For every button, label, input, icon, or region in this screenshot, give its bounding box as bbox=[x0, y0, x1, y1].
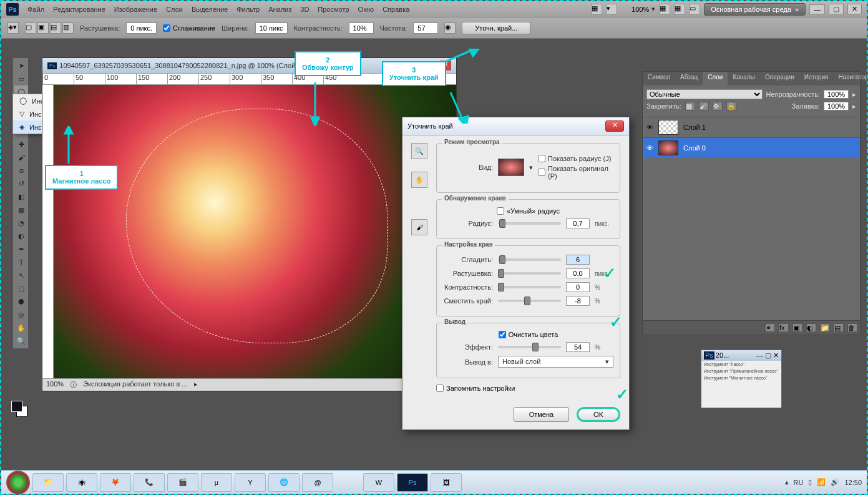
canvas[interactable] bbox=[54, 85, 456, 378]
add-selection-icon[interactable]: ▣ bbox=[37, 22, 49, 34]
layer-name[interactable]: Слой 0 bbox=[683, 144, 706, 152]
tab-layers[interactable]: Слои bbox=[703, 72, 728, 86]
workspace-button[interactable]: Основная рабочая среда» bbox=[704, 3, 806, 16]
minimize-icon[interactable]: — bbox=[809, 4, 825, 14]
lock-transparency-icon[interactable]: ▦ bbox=[685, 102, 695, 110]
layer-item[interactable]: 👁 Слой 1 bbox=[643, 117, 860, 137]
zoom-level[interactable]: ▾ bbox=[621, 5, 655, 13]
layer-style-icon[interactable]: fx bbox=[779, 323, 789, 332]
visibility-icon[interactable]: 👁 bbox=[646, 144, 653, 152]
show-original-checkbox[interactable]: Показать оригинал (P) bbox=[538, 165, 613, 180]
eraser-tool[interactable]: ◧ bbox=[14, 190, 28, 203]
tab-history[interactable]: История bbox=[799, 72, 834, 86]
zoom-tool-icon[interactable]: 🔍 bbox=[411, 143, 427, 159]
task-explorer[interactable]: 📁 bbox=[32, 473, 64, 492]
opacity-input[interactable] bbox=[824, 90, 849, 99]
stamp-tool[interactable]: ⧇ bbox=[14, 164, 28, 177]
dialog-close-icon[interactable]: ✕ bbox=[605, 120, 624, 132]
status-dropdown-icon[interactable]: ▸ bbox=[194, 380, 198, 390]
intersect-selection-icon[interactable]: ▥ bbox=[62, 22, 74, 34]
arrange-icon[interactable]: ▦ bbox=[674, 4, 685, 15]
show-radius-checkbox[interactable]: Показать радиус (J) bbox=[538, 155, 613, 162]
tray-flag-icon[interactable]: ▯ bbox=[808, 478, 812, 486]
menu-analysis[interactable]: Анализ bbox=[268, 6, 291, 13]
tool-preset-icon[interactable]: ◈▾ bbox=[7, 22, 19, 34]
menu-window[interactable]: Окно bbox=[358, 6, 374, 13]
adjustment-layer-icon[interactable]: ◐ bbox=[806, 323, 816, 332]
screen-mode-icon[interactable]: ▭ bbox=[689, 4, 700, 15]
visibility-icon[interactable]: 👁 bbox=[646, 124, 653, 131]
menu-edit[interactable]: Редактирование bbox=[53, 6, 105, 13]
3d-camera-tool[interactable]: ◎ bbox=[14, 308, 28, 321]
task-item[interactable]: Y bbox=[235, 473, 266, 492]
dlg-contrast-input[interactable] bbox=[566, 282, 590, 292]
task-item[interactable]: 🌐 bbox=[268, 473, 300, 492]
cancel-button[interactable]: Отмена bbox=[514, 407, 569, 422]
shift-slider[interactable] bbox=[498, 300, 561, 302]
subtract-selection-icon[interactable]: ▤ bbox=[50, 22, 61, 34]
healing-tool[interactable]: ✚ bbox=[14, 138, 28, 150]
layer-name[interactable]: Слой 1 bbox=[683, 124, 706, 131]
dodge-tool[interactable]: ◐ bbox=[14, 230, 28, 242]
ok-button[interactable]: OK bbox=[577, 407, 620, 422]
frequency-input[interactable]: 57 bbox=[413, 22, 438, 34]
tray-volume-icon[interactable]: 🔊 bbox=[831, 478, 839, 486]
menu-3d[interactable]: 3D bbox=[300, 6, 309, 13]
refine-brush-icon[interactable]: 🖌 bbox=[411, 219, 427, 235]
hand-tool[interactable]: ✋ bbox=[14, 321, 28, 334]
tray-expand-icon[interactable]: ▴ bbox=[785, 478, 789, 486]
task-word[interactable]: W bbox=[363, 473, 394, 492]
blend-mode-select[interactable]: Обычные bbox=[646, 89, 763, 99]
group-icon[interactable]: 📁 bbox=[820, 323, 830, 332]
shape-tool[interactable]: ▢ bbox=[14, 282, 28, 295]
new-layer-icon[interactable]: ▤ bbox=[834, 323, 844, 332]
zoom-tool[interactable]: 🔍 bbox=[14, 335, 28, 347]
new-selection-icon[interactable]: ▢ bbox=[25, 22, 36, 34]
menu-help[interactable]: Справка bbox=[383, 6, 409, 13]
clock[interactable]: 12:50 bbox=[844, 479, 862, 486]
amount-input[interactable] bbox=[566, 342, 590, 352]
task-item[interactable]: 📞 bbox=[134, 473, 165, 492]
close-icon[interactable]: ✕ bbox=[847, 4, 862, 14]
3d-tool[interactable]: ⬢ bbox=[14, 295, 28, 308]
menu-file[interactable]: Файл bbox=[27, 6, 44, 13]
brush-tool[interactable]: 🖌 bbox=[14, 151, 28, 164]
tab-channels[interactable]: Каналы bbox=[728, 72, 760, 86]
fill-input[interactable] bbox=[824, 102, 849, 110]
blur-tool[interactable]: ◔ bbox=[14, 217, 28, 229]
decontaminate-checkbox[interactable]: Очистить цвета bbox=[443, 331, 613, 338]
dropdown-icon[interactable]: ▸ bbox=[852, 102, 856, 110]
smart-radius-checkbox[interactable]: «Умный» радиус bbox=[443, 207, 613, 215]
delete-layer-icon[interactable]: 🗑 bbox=[847, 323, 857, 332]
view-thumbnail[interactable] bbox=[498, 159, 524, 176]
mini-titlebar[interactable]: Ps 20... — ▢ ✕ bbox=[701, 350, 781, 361]
pen-pressure-icon[interactable]: ◉ bbox=[444, 22, 456, 34]
task-item[interactable]: 🕷 bbox=[66, 473, 97, 492]
antialias-checkbox[interactable]: Сглаживание bbox=[163, 24, 215, 32]
task-item[interactable]: 🎬 bbox=[167, 473, 198, 492]
foreground-color[interactable] bbox=[11, 401, 22, 412]
link-layers-icon[interactable]: ⚭ bbox=[765, 323, 775, 332]
hand-tool-icon[interactable]: ✋ bbox=[411, 172, 427, 188]
start-button[interactable] bbox=[6, 471, 30, 494]
dropdown-icon[interactable]: ▸ bbox=[852, 91, 856, 99]
shift-input[interactable] bbox=[566, 296, 590, 306]
menu-view[interactable]: Просмотр bbox=[318, 6, 349, 13]
gradient-tool[interactable]: ▦ bbox=[14, 203, 28, 216]
menu-image[interactable]: Изображение bbox=[114, 6, 157, 13]
width-input[interactable]: 10 пикс bbox=[255, 22, 288, 34]
tray-network-icon[interactable]: 📶 bbox=[817, 478, 826, 486]
language-indicator[interactable]: RU bbox=[794, 479, 804, 486]
maximize-icon[interactable]: ▢ bbox=[829, 4, 844, 14]
pen-tool[interactable]: ✒ bbox=[14, 243, 28, 255]
task-item[interactable]: μ bbox=[201, 473, 232, 492]
lock-position-icon[interactable]: ✥ bbox=[713, 102, 723, 110]
dlg-feather-input[interactable] bbox=[566, 268, 590, 278]
lock-all-icon[interactable]: 🔒 bbox=[726, 102, 736, 110]
radius-slider[interactable] bbox=[498, 222, 561, 225]
tab-navigator[interactable]: Навигатор bbox=[834, 72, 868, 86]
contrast-input[interactable]: 10% bbox=[349, 22, 374, 34]
task-photoshop[interactable]: Ps bbox=[397, 473, 428, 492]
tab-character[interactable]: Символ bbox=[643, 72, 675, 86]
marquee-tool[interactable]: ▭ bbox=[14, 72, 28, 85]
